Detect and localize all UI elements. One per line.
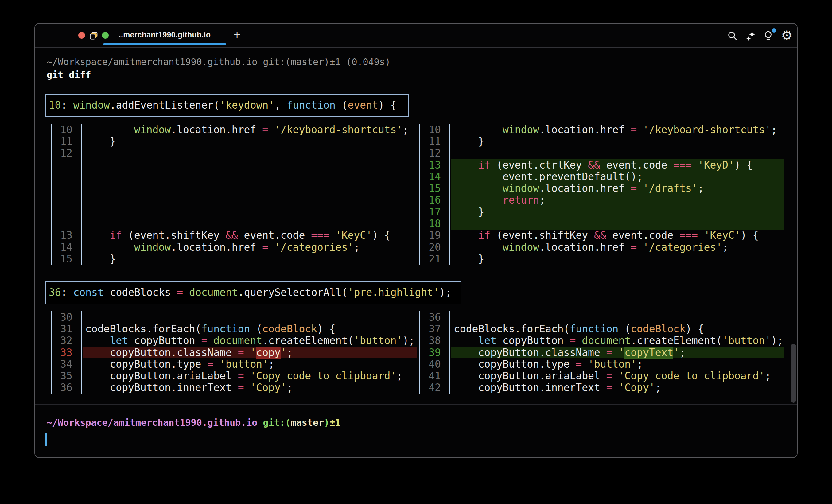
- code-token: event.preventDefault();: [454, 171, 643, 183]
- code-line: }: [451, 135, 784, 147]
- prompt-space: [257, 417, 263, 428]
- code-token: [183, 286, 189, 298]
- line-number: 31: [51, 323, 82, 335]
- code-line: [83, 182, 417, 194]
- code-token: document: [213, 335, 262, 347]
- code-token: codeBlocks: [104, 286, 177, 298]
- diff-pane-old: 3031codeBlocks.forEach(function (codeBlo…: [51, 311, 417, 394]
- code-token: .createElement(: [262, 335, 354, 347]
- code-token: document: [582, 335, 631, 347]
- line-number: 40: [419, 358, 450, 370]
- code-token: if: [478, 159, 490, 171]
- line-number: 35: [51, 370, 82, 381]
- code-token: &&: [226, 229, 238, 241]
- code-token: ) {: [740, 229, 759, 241]
- code-token: 'KeyD': [698, 159, 734, 171]
- diff-row: 13 if (event.shiftKey && event.code === …: [51, 230, 417, 241]
- diff-row: 14 window.location.href = '/categories';: [51, 241, 417, 253]
- code-token: copyButton: [496, 335, 570, 347]
- code-token: '/categories': [643, 241, 722, 253]
- code-token: =: [631, 182, 637, 194]
- code-token: }: [454, 135, 484, 147]
- active-tab[interactable]: ..merchant1990.github.io: [103, 24, 226, 47]
- code-token: (event.ctrlKey: [490, 159, 588, 171]
- code-token: &&: [588, 159, 600, 171]
- code-token: ) {: [685, 323, 704, 335]
- code-token: (: [336, 99, 348, 111]
- code-line: return;: [451, 194, 784, 206]
- code-token: [454, 124, 502, 136]
- code-token: ;: [771, 124, 777, 136]
- diff-row: 42 copyButton.innerText = 'Copy';: [419, 382, 784, 394]
- code-token: ;: [637, 358, 643, 370]
- code-line: codeBlocks.forEach(function (codeBlock) …: [83, 323, 417, 335]
- code-token: function: [201, 323, 250, 335]
- code-token: event.code: [238, 229, 311, 241]
- code-token: }: [85, 253, 116, 265]
- code-token: =: [576, 358, 582, 370]
- code-token: copyButton.className: [85, 347, 238, 359]
- line-number: 20: [419, 241, 450, 253]
- line-number: 11: [419, 135, 450, 147]
- code-token: copyButton: [128, 335, 201, 347]
- code-token: 'Copy': [618, 381, 655, 394]
- code-token: :: [61, 99, 73, 111]
- code-token: window: [502, 182, 539, 194]
- terminal-window: ..merchant1990.github.io + ⚙ ~/Workspace…: [34, 23, 798, 458]
- code-token: ,: [275, 99, 287, 111]
- ai-sparkle-icon[interactable]: [746, 30, 756, 41]
- diff-row: 34 copyButton.type = 'button';: [51, 358, 417, 370]
- code-line: copyButton.innerText = 'Copy';: [83, 382, 417, 394]
- code-token: window: [502, 241, 539, 253]
- line-number: 42: [419, 382, 450, 394]
- code-line: copyButton.ariaLabel = 'Copy code to cli…: [83, 370, 417, 381]
- code-token: }: [454, 253, 484, 265]
- code-token: =: [201, 335, 208, 347]
- code-line: [451, 311, 784, 323]
- code-token: event.code: [606, 229, 679, 241]
- prompt-line-bottom[interactable]: ~/Workspace/amitmerchant1990.github.io g…: [47, 417, 340, 429]
- code-token: =: [238, 370, 244, 382]
- code-token: 'button': [588, 358, 637, 370]
- prompt-git-suffix: ): [324, 417, 330, 428]
- code-token: window: [73, 99, 110, 111]
- code-token: event: [348, 99, 378, 111]
- diff-row: 38 let copyButton = document.createEleme…: [419, 335, 784, 347]
- scrollbar-thumb[interactable]: [791, 344, 796, 403]
- line-number: 14: [419, 171, 450, 182]
- hunk-header-2: 36: const codeBlocks = document.querySel…: [45, 282, 461, 304]
- prompt-line-top: ~/Workspace/amitmerchant1990.github.io g…: [47, 56, 391, 68]
- search-icon[interactable]: [727, 30, 737, 41]
- new-tab-button[interactable]: +: [231, 24, 243, 47]
- code-token: [454, 182, 502, 194]
- code-token: ;: [722, 241, 728, 253]
- code-token: ;: [655, 381, 661, 394]
- hunk-header-1: 10: window.addEventListener('keydown', f…: [45, 94, 409, 117]
- diff-pane-new: 10 window.location.href = '/keyboard-sho…: [419, 124, 784, 265]
- code-line: let copyButton = document.createElement(…: [83, 335, 417, 347]
- diff-row: 16 return;: [419, 194, 784, 206]
- code-token: );: [402, 335, 415, 347]
- code-token: ;: [698, 182, 704, 194]
- code-token: window: [134, 124, 171, 136]
- line-number: 41: [419, 370, 450, 381]
- code-line: copyButton.type = 'button';: [451, 358, 784, 370]
- code-token: (event.shiftKey: [122, 229, 226, 241]
- code-token: .createElement(: [631, 335, 722, 347]
- code-token: codeBlocks.forEach(: [85, 323, 201, 335]
- code-line: window.location.href = '/drafts';: [451, 182, 784, 194]
- close-button[interactable]: [78, 32, 85, 39]
- lightbulb-icon[interactable]: [763, 30, 773, 41]
- line-number: 10: [419, 124, 450, 135]
- settings-gear-icon[interactable]: ⚙: [780, 29, 794, 43]
- code-line: }: [451, 253, 784, 265]
- code-token: ) {: [734, 159, 753, 171]
- code-token: .location.href: [539, 182, 631, 194]
- diff-row: 30: [51, 311, 417, 323]
- code-line: [83, 194, 417, 206]
- code-token: ===: [679, 229, 698, 241]
- code-line: if (event.shiftKey && event.code === 'Ke…: [83, 230, 417, 241]
- diff-row: 35 copyButton.ariaLabel = 'Copy code to …: [51, 370, 417, 381]
- tabs-overview-icon[interactable]: [89, 31, 98, 40]
- diff-row: 41 copyButton.ariaLabel = 'Copy code to …: [419, 370, 784, 381]
